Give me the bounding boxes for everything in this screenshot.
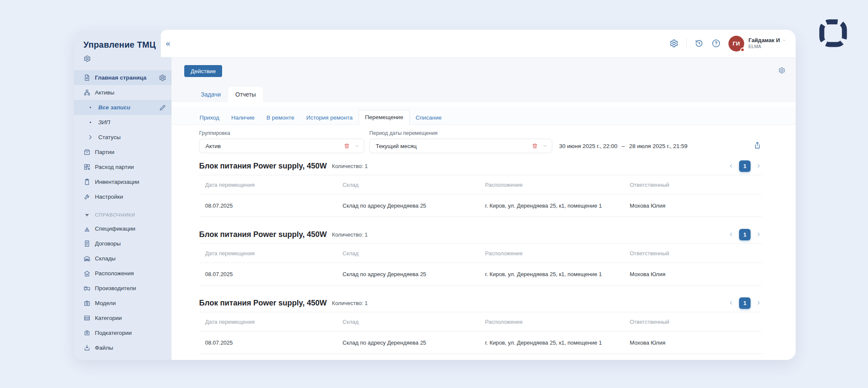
- sidebar-item[interactable]: Все записи: [74, 100, 171, 115]
- period-value: Текущий месяц: [376, 143, 531, 149]
- period-select[interactable]: Текущий месяц: [369, 139, 552, 153]
- report-subtab[interactable]: Наличие: [225, 111, 260, 125]
- main-tab[interactable]: Задачи: [194, 87, 228, 102]
- page-number-button[interactable]: 1: [739, 160, 751, 172]
- avatar[interactable]: ГИ: [728, 36, 744, 51]
- sidebar-item-label: Настройки: [95, 194, 154, 200]
- report-groups: Блок питания Power supply, 450W Количест…: [199, 157, 762, 360]
- group-count: Количество: 1: [332, 231, 368, 238]
- table-header-row: Дата перемещенияСкладРасположениеОтветст…: [199, 312, 762, 331]
- chevron-down-icon: [354, 143, 360, 148]
- table-cell: Склад по адресу Дерендяева 25: [343, 340, 485, 346]
- sidebar-item-label: ЗИП: [98, 119, 154, 126]
- chevron-left-icon[interactable]: [728, 231, 734, 237]
- date-range: 30 июня 2025 г., 22:00 – 28 июля 2025 г.…: [557, 143, 688, 153]
- table-cell: 08.07.2025: [205, 203, 343, 209]
- table-cell: 08.07.2025: [205, 340, 343, 346]
- sidebar-item-label: Файлы: [95, 345, 154, 351]
- sidebar-item[interactable]: Подкатегории: [74, 325, 171, 340]
- report-group: Блок питания Power supply, 450W Количест…: [199, 157, 762, 217]
- table-cell: Мохова Юлия: [630, 340, 762, 346]
- column-header: Склад: [343, 182, 485, 188]
- sidebar-item-label: Договоры: [95, 240, 154, 247]
- column-header: Ответственный: [630, 319, 762, 325]
- report-subtab[interactable]: Перемещение: [359, 110, 410, 125]
- sidebar-item[interactable]: Модели: [74, 296, 171, 311]
- sidebar-item[interactable]: СПРАВОЧНИКИ: [74, 208, 171, 221]
- sidebar-item-label: Расход партии: [95, 164, 154, 170]
- main-tab[interactable]: Отчеты: [228, 87, 263, 102]
- chevron-right-icon[interactable]: [756, 231, 762, 237]
- table-cell: г. Киров, ул. Дерендяева 25, к1, помещен…: [485, 340, 630, 346]
- sidebar-item[interactable]: ЗИП: [74, 115, 171, 130]
- help-icon[interactable]: [711, 39, 721, 48]
- export-icon[interactable]: [753, 141, 762, 150]
- sidebar-item-label: Подкатегории: [95, 330, 154, 336]
- gear-icon[interactable]: [669, 39, 679, 48]
- table-cell: г. Киров, ул. Дерендяева 25, к1, помещен…: [485, 271, 630, 277]
- action-button[interactable]: Действие: [184, 65, 222, 77]
- sidebar-collapse-icon[interactable]: «: [162, 39, 174, 48]
- report-subtab[interactable]: История ремонта: [300, 111, 359, 125]
- sidebar-item[interactable]: Категории: [74, 311, 171, 325]
- sidebar-item[interactable]: Настройки: [74, 189, 171, 204]
- sidebar-item[interactable]: Партии: [74, 145, 171, 160]
- sidebar-item-label: СПРАВОЧНИКИ: [95, 212, 154, 217]
- chevron-left-icon[interactable]: [728, 163, 734, 169]
- chevron-down-icon: [782, 38, 786, 43]
- date-dash: –: [622, 143, 625, 149]
- chevron-right-icon[interactable]: [756, 300, 762, 306]
- hierarchy-icon: [83, 89, 91, 96]
- sidebar-item[interactable]: Расход партии: [74, 160, 171, 174]
- sidebar-item[interactable]: Склады: [74, 251, 171, 266]
- sidebar-item[interactable]: Статусы: [74, 130, 171, 145]
- sidebar-item[interactable]: Инвентаризации: [74, 174, 171, 189]
- sidebar-item-label: Производители: [95, 285, 154, 291]
- table-row[interactable]: 08.07.2025Склад по адресу Дерендяева 25г…: [199, 263, 762, 285]
- chevron-left-icon[interactable]: [728, 300, 734, 306]
- sidebar-item[interactable]: Договоры: [74, 236, 171, 251]
- filters-row: Группировка Актив Период даты перемещени…: [199, 130, 762, 153]
- chevron-right-icon[interactable]: [756, 163, 762, 169]
- user-menu[interactable]: ГИ Гайдамак И ELMA: [728, 36, 786, 51]
- trash-icon[interactable]: [531, 143, 538, 149]
- report-subtab[interactable]: Приход: [194, 111, 225, 125]
- history-icon[interactable]: [694, 39, 704, 48]
- column-header: Склад: [343, 319, 485, 325]
- app-title: Управление ТМЦ: [74, 30, 171, 50]
- report-subtabs: ПриходНаличиеВ ремонтеИстория ремонтаПер…: [171, 106, 796, 125]
- sidebar-item[interactable]: Файлы: [74, 340, 171, 355]
- page-number-button[interactable]: 1: [739, 297, 751, 309]
- report-panel: ПриходНаличиеВ ремонтеИстория ремонтаПер…: [171, 102, 796, 360]
- table-cell: г. Киров, ул. Дерендяева 25, к1, помещен…: [485, 203, 630, 209]
- pagination: 1: [728, 229, 762, 240]
- group-count: Количество: 1: [332, 300, 368, 306]
- sidebar-item[interactable]: Производители: [74, 281, 171, 296]
- clipboard-icon: [83, 178, 91, 185]
- toolbar-strip: Действие ЗадачиОтчеты: [171, 57, 796, 102]
- report-subtab[interactable]: В ремонте: [260, 111, 300, 125]
- pagination: 1: [728, 160, 762, 172]
- sidebar-item[interactable]: Спецификации: [74, 221, 171, 236]
- triangle-down-icon: [83, 211, 91, 219]
- dot-icon: [87, 104, 94, 111]
- grouping-select[interactable]: Актив: [199, 139, 364, 153]
- gear-icon[interactable]: [159, 74, 166, 82]
- page-icon: [83, 74, 91, 81]
- table-row[interactable]: 08.07.2025Склад по адресу Дерендяева 25г…: [199, 194, 762, 217]
- pencil-icon[interactable]: [159, 104, 166, 111]
- contract-icon: [83, 240, 91, 247]
- trash-icon[interactable]: [343, 143, 350, 149]
- page-number-button[interactable]: 1: [739, 229, 751, 240]
- chevron-right-icon: [87, 134, 94, 141]
- sidebar-item[interactable]: Активы: [74, 85, 171, 100]
- sidebar-item[interactable]: Расположения: [74, 266, 171, 281]
- report-settings-gear-icon[interactable]: [778, 67, 785, 74]
- sidebar: Управление ТМЦ Главная страница Активы В…: [74, 30, 171, 360]
- sidebar-settings-gear-icon[interactable]: [83, 55, 91, 63]
- table-row[interactable]: 08.07.2025Склад по адресу Дерендяева 25г…: [199, 331, 762, 354]
- report-subtab[interactable]: Списание: [410, 111, 448, 125]
- user-name: Гайдамак И: [748, 37, 780, 44]
- sidebar-item[interactable]: Главная страница: [74, 70, 171, 85]
- avatar-initials: ГИ: [733, 40, 740, 47]
